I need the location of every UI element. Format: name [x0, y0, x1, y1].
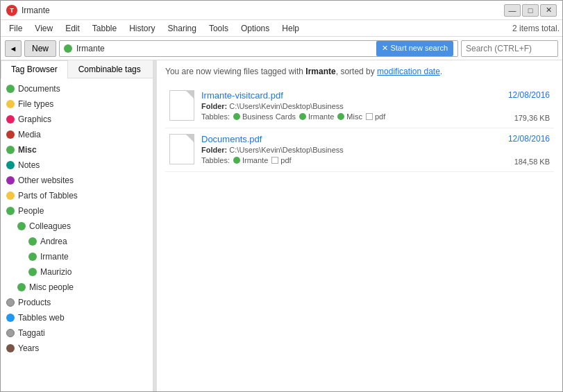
tree-item-label: Other websites	[18, 176, 74, 185]
panel-tabs: Tag Browser Combinable tags	[1, 60, 153, 78]
tag-chip-box-icon	[366, 113, 373, 120]
file-folder: Folder: C:\Users\Kevin\Desktop\Business	[201, 146, 501, 154]
sort-link[interactable]: modification date	[377, 67, 440, 76]
tree-item-label: File types	[18, 99, 53, 109]
tag-chip-dot-icon	[233, 157, 240, 164]
tree-item-colleagues[interactable]: Colleagues	[1, 219, 153, 234]
maximize-button[interactable]: □	[522, 4, 539, 17]
menu-item-sharing[interactable]: Sharing	[162, 22, 202, 35]
tags-label: Tabbles:	[201, 112, 230, 121]
main-window: T Irmante — □ ✕ FileViewEditTabbleHistor…	[0, 0, 563, 392]
right-panel: You are now viewing files tagged with Ir…	[157, 60, 562, 391]
items-total-label: 2 items total.	[512, 24, 560, 33]
tree-item-documents[interactable]: Documents	[1, 81, 153, 96]
app-icon: T	[6, 5, 17, 16]
tree-item-label: Years	[18, 343, 39, 353]
close-button[interactable]: ✕	[540, 4, 557, 17]
file-meta: 12/08/2016179,36 KB	[508, 90, 550, 122]
tree-item-notes[interactable]: Notes	[1, 157, 153, 173]
tree-item-misc[interactable]: Misc	[1, 142, 153, 157]
tree-item-tabbles-web[interactable]: Tabbles web	[1, 310, 153, 325]
tab-tag-browser[interactable]: Tag Browser	[1, 60, 68, 78]
tree-item-label: Maurizio	[40, 267, 72, 277]
file-name[interactable]: Irmante-visitcard.pdf	[201, 90, 501, 101]
tree-item-label: Misc	[18, 145, 37, 155]
tag-chip-label: Business Cards	[242, 112, 296, 121]
new-button[interactable]: New	[24, 40, 56, 57]
file-item: Irmante-visitcard.pdfFolder: C:\Users\Ke…	[165, 85, 554, 128]
address-bar: Irmante ✕ Start new search	[59, 40, 458, 57]
tree-item-taggati[interactable]: Taggati	[1, 325, 153, 341]
tag-chip: Irmante	[233, 156, 268, 164]
tree-item-parts-of-tabbles[interactable]: Parts of Tabbles	[1, 188, 153, 203]
file-folder: Folder: C:\Users\Kevin\Desktop\Business	[201, 102, 501, 110]
menu-item-history[interactable]: History	[124, 22, 160, 35]
tag-chip-label: Misc	[346, 112, 362, 121]
tags-label: Tabbles:	[201, 156, 230, 164]
tree-item-graphics[interactable]: Graphics	[1, 112, 153, 127]
tree-item-other-websites[interactable]: Other websites	[1, 173, 153, 188]
menu-bar: FileViewEditTabbleHistorySharingToolsOpt…	[1, 20, 562, 37]
tag-chip: Misc	[337, 112, 362, 121]
tag-chip-dot-icon	[299, 113, 306, 120]
file-tags: Tabbles:Business CardsIrmanteMiscpdf	[201, 112, 501, 121]
tree-item-label: Irmante	[40, 252, 69, 262]
tree-item-label: Media	[18, 130, 41, 139]
file-date: 12/08/2016	[508, 134, 550, 144]
address-text: Irmante	[76, 44, 372, 53]
tree-item-irmante[interactable]: Irmante	[1, 249, 153, 264]
status-prefix: You are now viewing files tagged with	[165, 67, 305, 76]
back-button[interactable]: ◄	[5, 40, 22, 57]
tree-item-label: Products	[18, 298, 51, 307]
menu-item-edit[interactable]: Edit	[60, 22, 85, 35]
file-details: Irmante-visitcard.pdfFolder: C:\Users\Ke…	[201, 90, 501, 121]
tree-item-label: Taggati	[18, 328, 45, 338]
tree-item-andrea[interactable]: Andrea	[1, 234, 153, 249]
menu-item-options[interactable]: Options	[235, 22, 275, 35]
file-size: 184,58 KB	[508, 157, 550, 166]
file-details: Documents.pdfFolder: C:\Users\Kevin\Desk…	[201, 134, 501, 164]
tag-chip-label: Irmante	[242, 156, 268, 164]
file-icon	[169, 90, 194, 121]
start-new-search-button[interactable]: ✕ Start new search	[376, 41, 453, 56]
tree-item-label: People	[18, 206, 44, 216]
menu-item-view[interactable]: View	[29, 22, 58, 35]
file-tags: Tabbles:Irmantepdf	[201, 156, 501, 164]
file-date: 12/08/2016	[508, 90, 550, 100]
status-middle: , sorted by	[336, 67, 377, 76]
status-text: You are now viewing files tagged with Ir…	[165, 66, 554, 78]
search-input[interactable]	[461, 40, 558, 57]
file-meta: 12/08/2016184,58 KB	[508, 134, 550, 166]
file-item: Documents.pdfFolder: C:\Users\Kevin\Desk…	[165, 128, 554, 172]
menu-item-tabble[interactable]: Tabble	[87, 22, 122, 35]
menu-item-tools[interactable]: Tools	[203, 22, 234, 35]
menu-item-help[interactable]: Help	[276, 22, 305, 35]
status-tag-name: Irmante	[305, 67, 335, 76]
tree-item-label: Andrea	[40, 237, 67, 246]
tab-combinable-tags[interactable]: Combinable tags	[68, 60, 151, 78]
tree-item-label: Colleagues	[29, 221, 71, 231]
tree-item-years[interactable]: Years	[1, 341, 153, 356]
menu-item-file[interactable]: File	[3, 22, 28, 35]
tag-chip: Irmante	[299, 112, 334, 121]
window-title: Irmante	[22, 6, 50, 15]
tag-tree[interactable]: DocumentsFile typesGraphicsMediaMiscNote…	[1, 78, 153, 391]
tree-item-maurizio[interactable]: Maurizio	[1, 264, 153, 280]
file-name[interactable]: Documents.pdf	[201, 134, 501, 144]
tree-item-label: Graphics	[18, 114, 51, 124]
title-bar: T Irmante — □ ✕	[1, 1, 562, 20]
tree-item-file-types[interactable]: File types	[1, 96, 153, 112]
tree-item-media[interactable]: Media	[1, 127, 153, 142]
file-size: 179,36 KB	[508, 114, 550, 122]
tag-chip-label: pdf	[375, 112, 385, 121]
tree-item-label: Tabbles web	[18, 313, 65, 323]
tree-item-misc-people[interactable]: Misc people	[1, 280, 153, 295]
tree-item-label: Misc people	[29, 282, 74, 292]
left-panel: Tag Browser Combinable tags DocumentsFil…	[1, 60, 153, 391]
status-suffix: .	[440, 67, 442, 76]
tree-item-people[interactable]: People	[1, 203, 153, 219]
tag-chip: pdf	[271, 156, 291, 164]
minimize-button[interactable]: —	[504, 4, 521, 17]
main-area: Tag Browser Combinable tags DocumentsFil…	[1, 60, 562, 391]
tree-item-products[interactable]: Products	[1, 295, 153, 310]
